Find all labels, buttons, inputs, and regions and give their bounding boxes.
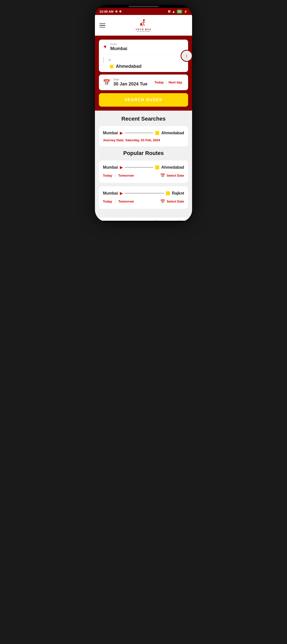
logo-tagline: Your Destiny Partner [136, 31, 152, 32]
bookings-icon: 📋 [128, 220, 135, 221]
bottom-nav: 🏠 Home 📋 Bookings 👤 Account 📝 Feedback [95, 217, 192, 221]
home-icon: 🏠 [104, 220, 110, 221]
logo-brand: YOYO BUS [136, 28, 152, 31]
phone-frame: 10:08 AM ⊕ ⊕ ⊠ ▲ 51 ⚡ [95, 5, 192, 222]
wifi-icon: ▲ [172, 10, 176, 14]
cancel-icon: ⊠ [168, 10, 170, 13]
logo-figure [138, 18, 148, 28]
select-date-1-calendar-icon: 📅 [160, 173, 165, 178]
swap-button[interactable]: ↕ [180, 50, 192, 62]
account-icon: 👤 [152, 220, 159, 221]
svg-point-9 [142, 25, 142, 26]
popular-route-1-header: Mumbai ▶ Ahmedabad [103, 165, 184, 170]
from-value: Mumbai [110, 46, 127, 51]
search-buses-button[interactable]: SEARCH BUSES [99, 93, 188, 107]
popular-route-item-1: Mumbai ▶ Ahmedabad Today | Tomorrow 📅 Se… [99, 160, 188, 183]
status-right: ⊠ ▲ 51 ⚡ [168, 10, 188, 14]
feedback-icon: 📝 [177, 220, 183, 221]
app-logo: YOYO BUS Your Destiny Partner [136, 18, 152, 32]
date-value: 30 Jan 2024 Tue [113, 82, 148, 87]
popular-route-1-actions: Today | Tomorrow 📅 Select Date [103, 173, 184, 178]
actions-divider-1: | [114, 174, 116, 178]
charging-icon: ⚡ [184, 10, 188, 14]
popular-route-1-line [125, 167, 153, 168]
swap-icon: ↕ [186, 54, 188, 58]
nav-account[interactable]: 👤 Account [144, 220, 168, 221]
from-label: From [110, 42, 127, 46]
from-field: From Mumbai [110, 42, 127, 51]
recent-route-arrow-icon: ▶ [120, 130, 123, 135]
recent-search-item[interactable]: Mumbai ▶ Ahmedabad Journey Date: Saturda… [99, 126, 188, 146]
destination-square-icon [110, 65, 113, 68]
status-bar: 10:08 AM ⊕ ⊕ ⊠ ▲ 51 ⚡ [95, 8, 192, 15]
svg-point-8 [140, 25, 141, 26]
status-left: 10:08 AM ⊕ ⊕ [100, 10, 122, 14]
main-content: Recent Searches Mumbai ▶ Ahmedabad Journ… [95, 110, 192, 217]
popular-route-1-select-date-button[interactable]: 📅 Select Date [160, 173, 184, 178]
notch [128, 6, 158, 7]
popular-routes-title: Popular Routes [99, 150, 188, 156]
select-date-1-label: Select Date [167, 174, 184, 178]
popular-route-2-line [125, 193, 164, 193]
select-date-2-calendar-icon: 📅 [160, 199, 165, 204]
dots-icon [103, 58, 104, 63]
next-day-button[interactable]: Next day [167, 80, 184, 85]
sim-icon: ⊕ [119, 10, 122, 13]
svg-line-7 [141, 23, 142, 24]
popular-route-1-today-button[interactable]: Today [103, 173, 112, 178]
popular-route-2-to: Rajkot [172, 191, 184, 196]
popular-route-1-from: Mumbai [103, 165, 118, 170]
svg-line-5 [144, 24, 145, 26]
to-card[interactable]: To Ahmedabad [99, 54, 188, 72]
recent-route-header: Mumbai ▶ Ahmedabad [103, 130, 184, 135]
nav-feedback[interactable]: 📝 Feedback [168, 220, 192, 221]
popular-route-2-select-date-button[interactable]: 📅 Select Date [160, 199, 184, 204]
date-label: Date [113, 78, 148, 81]
from-card[interactable]: ▼ From Mumbai [99, 40, 188, 54]
from-arrow-icon: ▼ [103, 44, 108, 50]
recent-from-city: Mumbai [103, 131, 118, 135]
popular-route-1-tomorrow-button[interactable]: Tomorrow [118, 173, 134, 178]
svg-line-1 [144, 21, 144, 24]
recent-dest-square-icon [155, 131, 159, 135]
svg-line-2 [142, 22, 144, 23]
calendar-icon: 📅 [103, 79, 110, 86]
popular-route-2-actions: Today | Tomorrow 📅 Select Date [103, 198, 184, 204]
to-label: To [108, 58, 111, 62]
nav-bookings[interactable]: 📋 Bookings [119, 220, 144, 221]
search-section: ▼ From Mumbai ↕ [95, 36, 192, 110]
popular-route-1-to: Ahmedabad [161, 165, 184, 170]
notch-bar [95, 5, 192, 8]
recent-route-line [125, 133, 153, 133]
recent-to-city: Ahmedabad [161, 131, 184, 135]
battery-indicator: 51 [177, 10, 182, 14]
recent-journey-date: Journey Date: Saturday, 03 Feb, 2024 [103, 138, 184, 142]
today-button[interactable]: Today [152, 80, 166, 85]
actions-divider-2: | [114, 199, 116, 204]
select-date-2-label: Select Date [167, 200, 184, 203]
date-card[interactable]: 📅 Date 30 Jan 2024 Tue Today | Next day [99, 74, 188, 90]
from-to-wrapper: ▼ From Mumbai ↕ [99, 40, 188, 72]
date-nav: Today | Next day [152, 80, 184, 85]
to-value: Ahmedabad [116, 64, 142, 69]
time-display: 10:08 AM [100, 10, 114, 14]
nav-home[interactable]: 🏠 Home [95, 220, 119, 221]
popular-route-1-dest-icon [155, 166, 159, 170]
app-header: YOYO BUS Your Destiny Partner [95, 15, 192, 36]
app-content: YOYO BUS Your Destiny Partner ▼ From Mum… [95, 15, 192, 221]
svg-rect-6 [140, 23, 142, 25]
popular-route-1-arrow-icon: ▶ [120, 165, 123, 170]
popular-route-item-2: Mumbai ▶ Rajkot Today | Tomorrow 📅 Selec… [99, 186, 188, 209]
date-field: Date 30 Jan 2024 Tue [113, 78, 148, 87]
date-left: 📅 Date 30 Jan 2024 Tue [103, 78, 148, 87]
popular-route-2-header: Mumbai ▶ Rajkot [103, 191, 184, 196]
popular-route-2-today-button[interactable]: Today [103, 198, 112, 204]
to-field: To [108, 58, 111, 62]
popular-route-2-tomorrow-button[interactable]: Tomorrow [118, 198, 134, 204]
menu-button[interactable] [100, 23, 106, 28]
popular-route-2-from: Mumbai [103, 191, 118, 196]
recent-searches-title: Recent Searches [99, 116, 188, 122]
svg-point-0 [143, 19, 144, 21]
svg-line-4 [142, 24, 144, 26]
popular-route-2-arrow-icon: ▶ [120, 191, 123, 196]
